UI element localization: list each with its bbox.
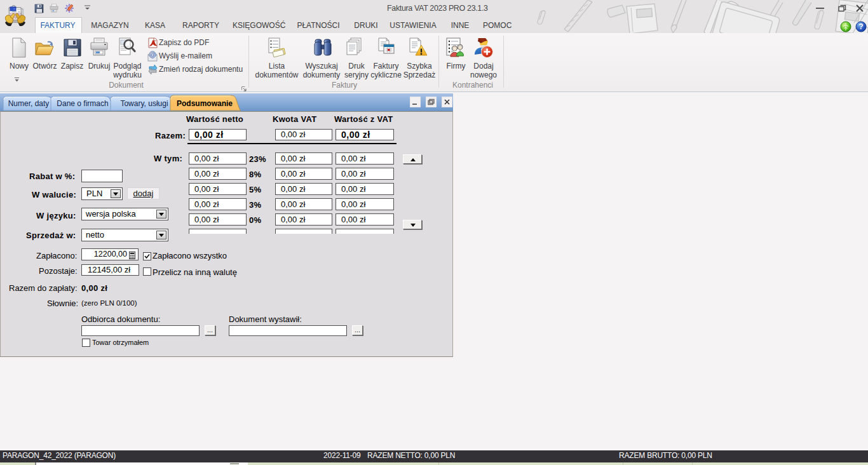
svg-text:?: ? [858,22,863,31]
svg-text:@: @ [149,51,155,58]
